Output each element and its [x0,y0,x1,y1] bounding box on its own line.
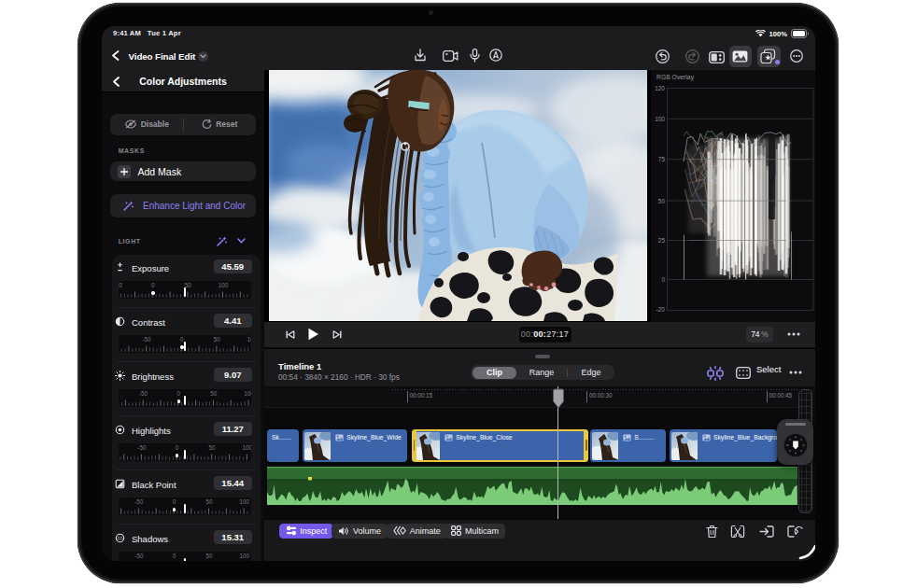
svg-text:75: 75 [658,156,666,162]
svg-text:-20: -20 [656,306,666,313]
svg-text:25: 25 [658,237,666,244]
svg-text:100: 100 [655,116,665,122]
svg-text:0: 0 [661,276,665,283]
svg-text:50: 50 [658,198,666,204]
svg-text:120: 120 [655,85,665,91]
